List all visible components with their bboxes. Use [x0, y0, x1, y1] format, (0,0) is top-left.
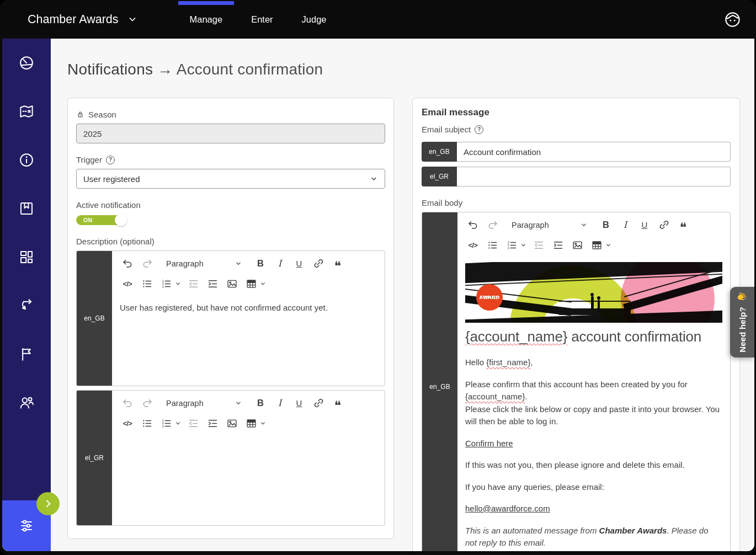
chevron-down-icon[interactable] [520, 242, 527, 249]
help-icon[interactable] [475, 125, 483, 134]
blockquote-button[interactable]: ❝ [329, 255, 347, 272]
table-icon [246, 418, 257, 429]
need-help-tab[interactable]: 👋 Need help? [730, 287, 754, 357]
redo-icon [141, 258, 153, 269]
confirm-here-link[interactable]: Confirm here [465, 439, 513, 448]
email-banner-image[interactable]: AWARD FORCE [465, 262, 722, 323]
redo-icon [141, 397, 153, 409]
user-avatar-button[interactable] [720, 0, 745, 39]
editor-toolbar: ParagraphBIU❝</> [112, 391, 385, 434]
sidebar-item-dashboard[interactable] [2, 233, 51, 281]
redo-button[interactable] [138, 255, 156, 272]
code-button[interactable]: </> [119, 415, 136, 432]
help-icon[interactable] [106, 156, 115, 164]
link-button[interactable] [310, 395, 327, 412]
bullet-list-button[interactable] [138, 415, 156, 432]
bullet-list-icon [487, 239, 498, 251]
redo-button[interactable] [138, 395, 156, 412]
trigger-select[interactable]: User registered [76, 169, 385, 189]
bold-button[interactable]: B [252, 395, 269, 412]
app-shell: Notifications → Account confirmation Sea… [2, 39, 754, 551]
description-editor-en-gb: en_GB ParagraphBIU❝</> User has register… [76, 250, 385, 386]
paragraph-style-dropdown[interactable]: Paragraph [510, 221, 589, 230]
subject-input-el-gr[interactable] [457, 167, 731, 186]
numbered-list-button[interactable] [157, 415, 175, 432]
outdent-button[interactable] [184, 276, 202, 292]
indent-button[interactable] [204, 415, 221, 432]
bold-button[interactable]: B [597, 217, 615, 233]
undo-button[interactable] [464, 217, 482, 233]
bullet-list-button[interactable] [138, 276, 156, 292]
sidebar-item-flags[interactable] [2, 330, 51, 378]
chevron-right-icon [42, 498, 54, 509]
link-button[interactable] [310, 255, 327, 272]
nav-item-judge[interactable]: Judge [288, 0, 341, 39]
chevron-down-icon[interactable] [259, 420, 267, 427]
account-switcher[interactable]: Chamber Awards [24, 0, 141, 39]
undo-button[interactable] [119, 395, 136, 412]
underline-button[interactable]: U [290, 395, 308, 412]
chevron-down-icon[interactable] [174, 280, 182, 287]
nav-item-enter[interactable]: Enter [237, 0, 287, 39]
waving-hand-icon: 👋 [737, 292, 747, 302]
toolbar-row: ParagraphBIU❝ [464, 215, 726, 235]
breadcrumb-page: Account confirmation [177, 61, 323, 78]
italic-button[interactable]: I [616, 217, 634, 233]
email-message-card: Email message Email subject en_GB el_GR [412, 98, 740, 551]
blockquote-button[interactable]: ❝ [329, 395, 347, 412]
sidebar-rail [2, 39, 51, 500]
email-footer: This is an automated message from Chambe… [465, 525, 722, 549]
italic-button[interactable]: I [271, 395, 289, 412]
bold-button[interactable]: B [252, 255, 269, 272]
outdent-button[interactable] [530, 237, 547, 254]
sidebar-item-entries-map[interactable] [2, 87, 51, 136]
sidebar-expand-button[interactable] [36, 492, 60, 515]
chevron-down-icon [235, 260, 242, 268]
chevron-down-icon[interactable] [174, 420, 182, 427]
active-notification-toggle[interactable]: ON [76, 215, 126, 225]
table-button[interactable] [242, 276, 260, 292]
email-content-area[interactable]: AWARD FORCE {account_name} account confi… [457, 255, 730, 551]
image-button[interactable] [568, 237, 586, 254]
underline-button[interactable]: U [290, 255, 308, 272]
image-button[interactable] [223, 415, 241, 432]
bullet-list-button[interactable] [483, 237, 501, 254]
editor-content-area[interactable] [112, 434, 385, 525]
email-paragraph: If this was not you, then please ignore … [465, 459, 722, 472]
outdent-icon [188, 418, 199, 429]
image-button[interactable] [223, 276, 241, 292]
nav-item-manage[interactable]: Manage [175, 0, 237, 39]
bullet-list-icon [141, 418, 153, 429]
code-button[interactable]: </> [119, 276, 136, 292]
table-button[interactable] [242, 415, 260, 432]
numbered-list-button[interactable] [503, 237, 520, 254]
underline-button[interactable]: U [636, 217, 653, 233]
award-force-logo: AWARD FORCE [476, 284, 503, 311]
undo-button[interactable] [119, 255, 136, 272]
sidebar-item-content[interactable] [2, 184, 51, 233]
subject-input-en-gb[interactable] [457, 142, 731, 162]
sidebar-item-seasons[interactable] [2, 39, 51, 87]
indent-button[interactable] [549, 237, 567, 254]
blockquote-button[interactable]: ❝ [674, 217, 692, 233]
code-button[interactable]: </> [464, 237, 482, 254]
editor-content-area[interactable]: User has registered, but have not confir… [112, 294, 385, 386]
toolbar-row: ParagraphBIU❝ [119, 393, 380, 413]
paragraph-style-dropdown[interactable]: Paragraph [165, 399, 243, 408]
table-button[interactable] [588, 237, 605, 254]
paragraph-style-dropdown[interactable]: Paragraph [165, 259, 243, 268]
italic-button[interactable]: I [271, 255, 289, 272]
sidebar-item-entry-flow[interactable] [2, 281, 51, 330]
chevron-down-icon[interactable] [605, 242, 612, 249]
redo-button[interactable] [483, 217, 501, 233]
indent-button[interactable] [204, 276, 221, 292]
support-email-link[interactable]: hello@awardforce.com [465, 504, 550, 513]
email-body-label: Email body [422, 198, 731, 207]
numbered-list-button[interactable] [157, 276, 175, 292]
merge-field: {account_name} [465, 392, 525, 401]
sidebar-item-info[interactable] [2, 136, 51, 184]
sidebar-item-users[interactable] [2, 378, 51, 427]
outdent-button[interactable] [184, 415, 202, 432]
chevron-down-icon[interactable] [259, 280, 267, 287]
link-button[interactable] [655, 217, 673, 233]
